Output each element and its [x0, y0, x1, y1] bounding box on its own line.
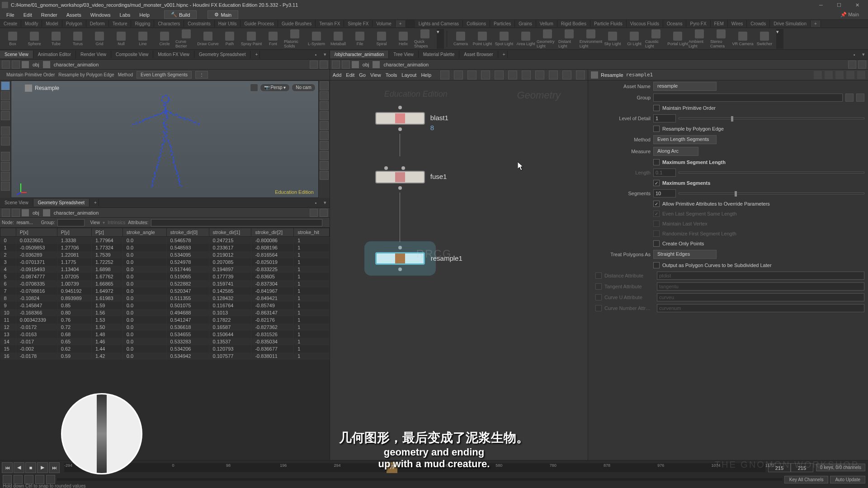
shelf-tab[interactable]: Lights and Cameras	[415, 20, 463, 27]
table-row[interactable]: 00.03236011.33381.779640.00.5465780.2472…	[0, 237, 330, 244]
gear-icon[interactable]	[814, 71, 822, 79]
display-tool-icon[interactable]	[320, 121, 329, 130]
net-menu-help[interactable]: Help	[421, 72, 431, 78]
method-select[interactable]: Even Length Segments	[653, 135, 717, 144]
shelf-tool[interactable]: Spray Paint	[241, 29, 262, 49]
column-header[interactable]: stroke_angle	[123, 228, 166, 237]
shelf-tool[interactable]: Quick Shapes	[414, 29, 436, 49]
select-tool-icon[interactable]	[1, 81, 10, 90]
play-prev-icon[interactable]: ◀	[14, 462, 24, 473]
net-menu-tools[interactable]: Tools	[386, 72, 397, 78]
table-row[interactable]: 3-0.07013711.17751.722520.00.5249780.207…	[0, 258, 330, 266]
shelf-tab[interactable]: Particles	[490, 20, 515, 27]
nav-back-icon[interactable]	[2, 209, 10, 217]
table-row[interactable]: 7-0.07888160.9451921.649720.00.5203470.1…	[0, 287, 330, 295]
output-curves-checkbox[interactable]	[653, 262, 660, 268]
display-tool-icon[interactable]	[320, 141, 329, 150]
lod-slider[interactable]	[679, 117, 864, 119]
expand-icon[interactable]	[320, 61, 328, 69]
expand-icon[interactable]	[858, 61, 866, 69]
createpoints-checkbox[interactable]	[653, 240, 660, 247]
vp-cam-persp[interactable]: 📷 Persp ▾	[260, 84, 290, 92]
shelf-tab[interactable]: Wires	[728, 20, 747, 27]
table-row[interactable]: 110.003423390.761.530.00.5412470.17822-0…	[0, 316, 330, 324]
desktop-main-button[interactable]: ⚙Main	[208, 10, 238, 19]
vp-cam-select[interactable]: No cam	[292, 84, 315, 92]
shelf-tool[interactable]: Spot Light	[493, 29, 515, 49]
node-blast1[interactable]: blast1 8	[375, 103, 425, 156]
display-tool-icon[interactable]	[320, 161, 329, 170]
net-tool-icon[interactable]	[454, 70, 463, 80]
bb-icon[interactable]	[35, 475, 44, 484]
dist-attr-checkbox[interactable]	[595, 272, 602, 279]
shelf-tab-add-right[interactable]: +	[811, 20, 821, 27]
menu-assets[interactable]: Assets	[63, 11, 85, 19]
vh-method-select[interactable]: Even Length Segments	[137, 71, 192, 79]
maintain-checkbox[interactable]	[653, 105, 660, 111]
intrinsics-label[interactable]: Intrinsics	[108, 220, 125, 225]
obj-icon[interactable]	[22, 209, 29, 216]
display-tool-icon[interactable]	[320, 171, 329, 180]
shelf-tool[interactable]: Area Light	[515, 29, 537, 49]
shelf-tab[interactable]: Grains	[515, 20, 536, 27]
shelf-tab[interactable]: Pyro FX	[686, 20, 710, 27]
shelf-tool[interactable]: Metaball	[327, 29, 349, 49]
shelf-tool[interactable]: Point Light	[472, 29, 493, 49]
table-row[interactable]: 15-0.0020.621.440.00.5342060.120793-0.83…	[0, 345, 330, 352]
pane-menu-icon[interactable]: ▾	[321, 50, 330, 59]
shelf-dropdown-left[interactable]: ▾	[437, 29, 444, 49]
script-icon[interactable]	[825, 71, 833, 79]
column-header[interactable]: P[x]	[16, 228, 57, 237]
node-fuse1[interactable]: fuse1	[375, 171, 425, 242]
tool-icon[interactable]	[1, 91, 10, 100]
menu-windows[interactable]: Windows	[87, 11, 114, 19]
shelf-tool[interactable]: Geometry Light	[537, 29, 558, 49]
shelf-tool[interactable]: Curve Bezier	[175, 29, 197, 49]
table-row[interactable]: 8-0.108240.8939891.619830.00.5113550.128…	[0, 295, 330, 302]
vh-resample[interactable]: Resample by Polygon Edge	[58, 72, 114, 77]
column-header[interactable]: P[y]	[57, 228, 91, 237]
close-button[interactable]: ✕	[848, 0, 866, 10]
table-row[interactable]: 16-0.01780.591.420.00.5349420.107577-0.8…	[0, 352, 330, 360]
shelf-tab[interactable]: Create	[0, 20, 21, 27]
tang-attr-checkbox[interactable]	[595, 283, 602, 290]
net-path-obj[interactable]: obj	[361, 62, 371, 67]
shelf-tool[interactable]: Font	[262, 29, 284, 49]
resample-edge-checkbox[interactable]	[653, 126, 660, 132]
treat-select[interactable]: Straight Edges	[653, 250, 717, 259]
bb-icon[interactable]	[14, 475, 23, 484]
shelf-tool[interactable]: GI Light	[623, 29, 645, 49]
display-tool-icon[interactable]	[320, 131, 329, 140]
pane-maximize-icon[interactable]: ▪	[850, 50, 859, 59]
vh-more-icon[interactable]: ⋮	[195, 71, 208, 79]
tool-icon[interactable]	[1, 172, 10, 181]
pane-tab-add[interactable]: +	[90, 199, 99, 206]
shelf-tool[interactable]: Spiral	[371, 29, 392, 49]
net-tool-icon[interactable]	[522, 70, 531, 80]
vh-maintain[interactable]: Maintain Primitive Order	[6, 72, 55, 77]
menu-edit[interactable]: Edit	[20, 11, 36, 19]
pane-maximize-icon[interactable]: ▪	[311, 198, 321, 207]
menu-render[interactable]: Render	[38, 11, 61, 19]
shelf-tool[interactable]: Sky Light	[602, 29, 623, 49]
display-tool-icon[interactable]	[320, 91, 329, 100]
segments-slider[interactable]	[679, 192, 864, 194]
net-tool-icon[interactable]	[467, 70, 476, 80]
table-row[interactable]: 13-0.01630.681.480.00.5346550.150644-0.8…	[0, 331, 330, 338]
pane-tab[interactable]: Render View	[76, 51, 111, 58]
node-icon[interactable]	[43, 61, 50, 68]
shelf-tool[interactable]: L-System	[306, 29, 327, 49]
pane-tab[interactable]: Composite View	[111, 51, 153, 58]
play-last-icon[interactable]: ⏭	[49, 462, 60, 473]
shelf-tool[interactable]: Helix	[392, 29, 414, 49]
shelf-tool[interactable]: Environment Light	[580, 29, 602, 49]
table-row[interactable]: 14-0.0170.651.460.00.5332830.13537-0.835…	[0, 338, 330, 345]
shelf-tool[interactable]: Null	[110, 29, 132, 49]
shelf-tab[interactable]: Constraints	[184, 20, 215, 27]
network-canvas[interactable]: Geometry Education Edition blast1 8	[330, 80, 588, 474]
shelf-tab[interactable]: Volume	[373, 20, 395, 27]
net-tool-icon[interactable]	[440, 70, 449, 80]
table-row[interactable]: 2-0.0362891.220811.75390.00.5340950.2190…	[0, 251, 330, 258]
timeline-track[interactable]: 77 -294-98098196294392490580780878976107…	[64, 463, 765, 472]
shelf-tool[interactable]: Tube	[45, 29, 67, 49]
